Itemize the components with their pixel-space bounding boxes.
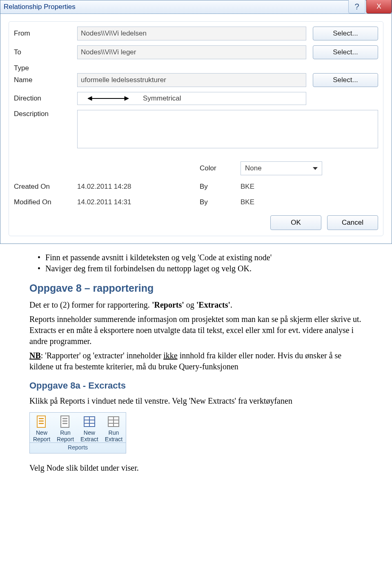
color-combobox[interactable]: None xyxy=(241,161,322,175)
created-by-value: BKE xyxy=(241,183,378,191)
new-extract-icon xyxy=(82,414,97,429)
dialog-footer: OK Cancel xyxy=(14,215,378,230)
ribbon-run-report[interactable]: RunReport xyxy=(53,413,77,442)
ribbon-reports-group: NewReport RunReport NewExtract xyxy=(29,412,126,454)
ribbon-run-extract[interactable]: RunExtract xyxy=(102,413,126,442)
select-to-button[interactable]: Select... xyxy=(313,45,378,59)
double-arrow-icon xyxy=(78,95,139,102)
type-label: Type xyxy=(14,64,77,72)
direction-value: Symmetrical xyxy=(139,94,181,103)
titlebar-buttons: ? X xyxy=(347,0,392,13)
svg-rect-4 xyxy=(39,418,44,419)
heading-oppgave8: Oppgave 8 – rapportering xyxy=(29,282,363,295)
from-label: From xyxy=(14,29,77,38)
name-label: Name xyxy=(14,76,77,84)
dialog-body: From Select... To Select... Type Name Se… xyxy=(0,14,392,244)
created-on-label: Created On xyxy=(14,183,77,191)
modified-by-label: By xyxy=(200,198,241,206)
list-item: Naviger deg frem til forbindelsen du net… xyxy=(38,263,363,274)
ok-button[interactable]: OK xyxy=(270,215,321,230)
description-textarea[interactable] xyxy=(77,110,378,148)
direction-display: Symmetrical xyxy=(77,92,306,105)
paragraph: Klikk på Reports i vinduet nede til vens… xyxy=(29,395,363,407)
svg-marker-2 xyxy=(125,96,129,101)
run-extract-icon xyxy=(106,414,121,429)
paragraph: Det er to (2) former for rapportering. '… xyxy=(29,299,363,311)
svg-rect-5 xyxy=(39,420,44,422)
run-report-icon xyxy=(58,414,73,429)
heading-oppgave8a: Oppgave 8a - Excracts xyxy=(29,380,363,392)
name-input[interactable] xyxy=(77,73,306,87)
paragraph: Reports inneholder summerende informasjo… xyxy=(29,314,363,347)
select-from-button[interactable]: Select... xyxy=(313,27,378,40)
ribbon-new-report[interactable]: NewReport xyxy=(30,413,53,442)
modified-on-label: Modified On xyxy=(14,198,77,206)
to-label: To xyxy=(14,48,77,56)
new-report-icon xyxy=(34,414,49,429)
list-item: Finn et passende avsnitt i kildeteksten … xyxy=(38,252,363,263)
dialog-inner: From Select... To Select... Type Name Se… xyxy=(9,21,383,236)
ribbon-new-extract[interactable]: NewExtract xyxy=(77,413,102,442)
description-label: Description xyxy=(14,110,77,118)
ribbon-group-label: Reports xyxy=(30,443,126,453)
document-content: Finn et passende avsnitt i kildeteksten … xyxy=(0,252,392,489)
modified-by-value: BKE xyxy=(241,198,378,206)
svg-marker-1 xyxy=(88,96,92,101)
from-input[interactable] xyxy=(77,27,306,40)
created-by-label: By xyxy=(200,183,241,191)
select-type-button[interactable]: Select... xyxy=(313,73,378,87)
svg-rect-10 xyxy=(62,423,67,424)
close-icon[interactable]: X xyxy=(366,0,392,13)
paragraph: NB: 'Rapporter' og 'extracter' inneholde… xyxy=(29,350,363,372)
bullet-list: Finn et passende avsnitt i kildeteksten … xyxy=(29,252,363,274)
svg-rect-9 xyxy=(62,420,67,422)
relationship-properties-dialog: Relationship Properties ? X From Select.… xyxy=(0,0,392,244)
help-icon[interactable]: ? xyxy=(348,0,365,13)
svg-rect-6 xyxy=(39,423,44,424)
paragraph: Velg Node slik bildet under viser. xyxy=(29,462,363,474)
titlebar[interactable]: Relationship Properties ? X xyxy=(0,0,392,14)
color-label: Color xyxy=(200,164,241,172)
modified-on-value: 14.02.2011 14:31 xyxy=(77,198,200,206)
svg-rect-8 xyxy=(62,418,67,419)
color-value: None xyxy=(245,164,262,172)
direction-label: Direction xyxy=(14,94,77,103)
chevron-down-icon xyxy=(313,167,318,170)
created-on-value: 14.02.2011 14:28 xyxy=(77,183,200,191)
to-input[interactable] xyxy=(77,45,306,59)
cancel-button[interactable]: Cancel xyxy=(327,215,378,230)
dialog-title: Relationship Properties xyxy=(4,3,76,11)
